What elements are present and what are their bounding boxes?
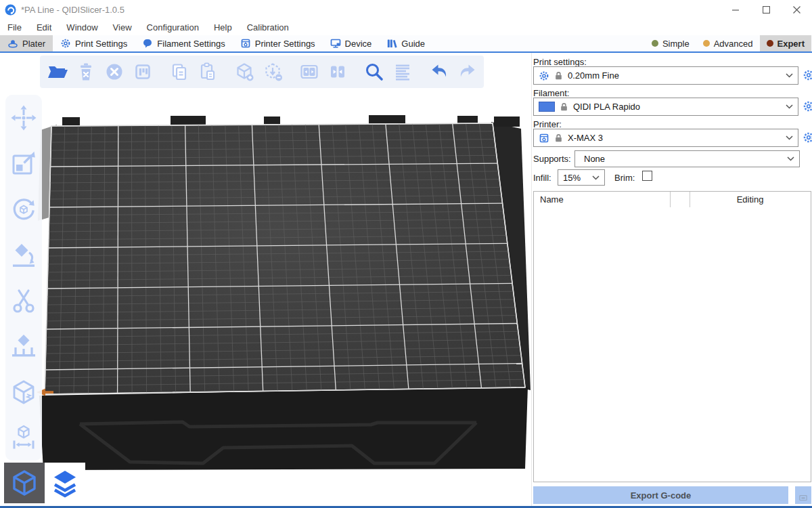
tab-label: Printer Settings bbox=[255, 39, 315, 49]
paste-icon[interactable] bbox=[197, 61, 219, 83]
minimize-button[interactable] bbox=[721, 0, 751, 19]
print-settings-gear-button[interactable] bbox=[803, 69, 812, 81]
chevron-down-icon bbox=[787, 156, 794, 161]
printer-gear-button[interactable] bbox=[803, 131, 812, 144]
window-controls bbox=[721, 0, 812, 19]
view-mode-buttons bbox=[4, 463, 85, 503]
print-settings-icon bbox=[60, 38, 71, 49]
tab-strip: Plater Print Settings Filament Settings … bbox=[0, 35, 812, 53]
tab-label: Plater bbox=[22, 39, 45, 49]
tab-printer-settings[interactable]: Printer Settings bbox=[233, 35, 323, 51]
arrange-icon[interactable] bbox=[132, 61, 154, 83]
left-toolbar bbox=[5, 95, 42, 461]
measure-icon[interactable] bbox=[9, 423, 39, 452]
application-window: *PA Line - QIDISlicer-1.0.5 File Edit Wi… bbox=[0, 0, 812, 508]
tab-plater[interactable]: Plater bbox=[0, 35, 53, 51]
3d-editor-view-button[interactable] bbox=[4, 463, 45, 503]
expert-mode-dot bbox=[767, 40, 773, 47]
infill-value: 15% bbox=[563, 173, 581, 183]
add-instance-icon[interactable] bbox=[233, 61, 255, 83]
column-divider bbox=[670, 192, 671, 207]
variable-layer-height-icon[interactable] bbox=[392, 61, 413, 83]
redo-icon[interactable] bbox=[457, 61, 478, 83]
chevron-down-icon bbox=[786, 73, 793, 78]
copy-icon[interactable] bbox=[168, 61, 190, 83]
split-to-parts-icon[interactable] bbox=[327, 61, 348, 83]
search-icon[interactable] bbox=[363, 61, 385, 83]
printer-combo[interactable]: X-MAX 3 bbox=[533, 129, 798, 147]
mode-expert[interactable]: Expert bbox=[760, 35, 811, 51]
right-panel: Print settings: 0.20mm Fine Filament: QI… bbox=[531, 53, 812, 508]
send-to-printer-button[interactable] bbox=[795, 486, 811, 504]
rotate-icon[interactable] bbox=[9, 194, 39, 224]
menu-file[interactable]: File bbox=[0, 22, 29, 33]
guide-icon bbox=[386, 38, 397, 49]
menu-view[interactable]: View bbox=[106, 22, 139, 33]
advanced-mode-dot bbox=[703, 40, 710, 47]
tab-guide[interactable]: Guide bbox=[379, 35, 432, 51]
delete-icon[interactable] bbox=[75, 61, 97, 83]
tab-filament-settings[interactable]: Filament Settings bbox=[135, 35, 232, 51]
simple-mode-dot bbox=[652, 40, 658, 47]
chevron-down-icon bbox=[786, 104, 793, 109]
printer-settings-icon bbox=[240, 38, 251, 49]
menu-window[interactable]: Window bbox=[59, 22, 105, 33]
menu-edit[interactable]: Edit bbox=[29, 22, 59, 33]
supports-combo[interactable]: None bbox=[574, 150, 800, 167]
infill-combo[interactable]: 15% bbox=[558, 169, 605, 186]
lock-icon bbox=[554, 133, 563, 142]
lock-icon bbox=[560, 102, 568, 111]
app-icon bbox=[5, 4, 16, 16]
tab-device[interactable]: Device bbox=[323, 35, 380, 51]
scale-icon[interactable] bbox=[9, 148, 39, 178]
preview-view-button[interactable] bbox=[45, 463, 85, 503]
3d-viewport[interactable] bbox=[0, 53, 531, 508]
device-icon bbox=[330, 38, 341, 49]
brim-checkbox[interactable] bbox=[642, 171, 652, 181]
column-header-name: Name bbox=[540, 194, 564, 205]
export-gcode-button[interactable]: Export G-code bbox=[533, 486, 788, 504]
column-header-editing: Editing bbox=[690, 194, 811, 205]
print-settings-combo[interactable]: 0.20mm Fine bbox=[533, 66, 798, 85]
split-objects-icon[interactable] bbox=[298, 61, 320, 83]
print-bed bbox=[0, 53, 531, 508]
main-toolbar bbox=[40, 56, 484, 88]
move-icon[interactable] bbox=[9, 103, 39, 133]
window-title: *PA Line - QIDISlicer-1.0.5 bbox=[21, 5, 125, 15]
chevron-down-icon bbox=[592, 175, 600, 180]
tab-label: Print Settings bbox=[75, 39, 127, 49]
filament-label: Filament: bbox=[533, 88, 569, 98]
preview-layers-icon bbox=[50, 468, 80, 498]
title-bar: *PA Line - QIDISlicer-1.0.5 bbox=[0, 0, 812, 19]
paint-supports-icon[interactable] bbox=[9, 331, 39, 361]
tab-print-settings[interactable]: Print Settings bbox=[53, 35, 135, 51]
filament-settings-icon bbox=[142, 38, 153, 49]
remove-instance-icon[interactable] bbox=[262, 61, 284, 83]
tab-label: Filament Settings bbox=[157, 39, 225, 49]
mode-simple[interactable]: Simple bbox=[645, 35, 696, 51]
3d-editor-icon bbox=[9, 468, 39, 498]
menu-calibration[interactable]: Calibration bbox=[240, 22, 296, 33]
printer-label: Printer: bbox=[533, 119, 562, 129]
menu-configuration[interactable]: Configuration bbox=[139, 22, 206, 33]
gear-icon bbox=[539, 70, 549, 81]
close-button[interactable] bbox=[782, 0, 812, 19]
undo-icon[interactable] bbox=[428, 61, 450, 83]
menu-help[interactable]: Help bbox=[206, 22, 240, 33]
menu-bar: File Edit Window View Configuration Help… bbox=[0, 19, 812, 35]
filament-combo[interactable]: QIDI PLA Rapido bbox=[533, 98, 798, 116]
supports-value: None bbox=[584, 154, 605, 164]
mode-advanced[interactable]: Advanced bbox=[696, 35, 760, 51]
mode-switcher: Simple Advanced Expert bbox=[645, 35, 812, 51]
print-settings-value: 0.20mm Fine bbox=[568, 70, 619, 81]
maximize-button[interactable] bbox=[751, 0, 782, 19]
open-icon[interactable] bbox=[47, 61, 68, 83]
plater-icon bbox=[7, 38, 18, 49]
send-to-printer-icon bbox=[799, 494, 807, 502]
filament-gear-button[interactable] bbox=[803, 100, 812, 112]
delete-all-icon[interactable] bbox=[104, 61, 125, 83]
cut-icon[interactable] bbox=[9, 286, 39, 316]
seam-icon[interactable] bbox=[9, 377, 39, 407]
place-on-face-icon[interactable] bbox=[9, 240, 39, 270]
chevron-down-icon bbox=[786, 135, 793, 140]
